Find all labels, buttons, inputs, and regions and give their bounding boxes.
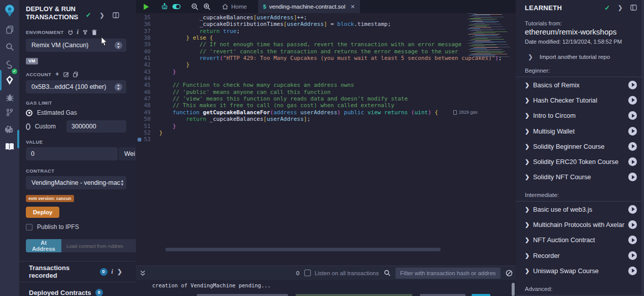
code-line-48[interactable]: 48 // This makes it free to call (no gas…	[136, 102, 516, 109]
code-line-38[interactable]: 38 } else {	[136, 35, 516, 41]
code-line-50[interactable]: 50 return _cupcakeBalances[userAddress];	[136, 116, 516, 122]
tab-file-vending-machine[interactable]: $ vending-machine-contract.sol ✕	[258, 0, 361, 13]
trash-icon[interactable]	[92, 29, 97, 35]
play-tutorial-button[interactable]	[628, 267, 637, 275]
play-tutorial-button[interactable]	[628, 236, 637, 244]
zoom-in-icon[interactable]	[201, 0, 213, 13]
environment-stepper-icon[interactable]: ▲▼	[115, 42, 122, 49]
code-line-41[interactable]: 41 revert("HTTP 429: Too Many Cupcakes (…	[136, 55, 516, 61]
play-tutorial-button[interactable]	[628, 157, 637, 166]
environment-select[interactable]: Remix VM (Cancun) ▲▼	[26, 39, 126, 52]
code-line-52[interactable]: 52}	[136, 129, 516, 136]
deploy-run-icon[interactable]	[0, 72, 19, 88]
file-explorer-icon[interactable]	[0, 21, 19, 38]
fork-icon[interactable]	[83, 29, 88, 35]
learneth-expand-icon[interactable]: ❯	[618, 4, 623, 11]
deploy-button[interactable]: Deploy	[26, 207, 59, 218]
play-tutorial-button[interactable]	[628, 127, 637, 136]
panel-expand-icon[interactable]: ❯	[99, 12, 104, 19]
code-line-51[interactable]: 51 }	[136, 123, 516, 129]
code-line-45[interactable]: 45 // Function to check how many cupcake…	[136, 82, 516, 88]
learneth-book-icon[interactable]	[0, 138, 19, 154]
editor-horizontal-scrollbar[interactable]	[165, 248, 441, 251]
tab-home[interactable]: Home	[217, 0, 252, 13]
ai-copilot-icon[interactable]	[158, 0, 170, 13]
learneth-scrollbar-track[interactable]	[641, 0, 644, 296]
listen-all-row[interactable]: Listen on all transactions	[304, 270, 379, 276]
code-line-37[interactable]: 37 return true;	[136, 28, 516, 35]
clear-console-icon[interactable]	[506, 270, 513, 277]
contract-select[interactable]: VendingMachine - vending-machin ▲▼	[26, 176, 126, 189]
tutorial-item[interactable]: ❯Intro to Circom	[525, 108, 637, 123]
editor-minimap[interactable]	[467, 13, 515, 58]
environment-info-icon[interactable]: i	[77, 28, 79, 36]
play-tutorial-button[interactable]	[628, 173, 637, 181]
tutorial-item[interactable]: ❯Hash Checker Tutorial	[525, 92, 637, 108]
search-icon[interactable]	[0, 39, 19, 55]
listen-all-checkbox[interactable]	[304, 270, 311, 276]
code-line-36[interactable]: 36 _cupcakeDistributionTimes[userAddress…	[136, 21, 516, 27]
transactions-recorded-row[interactable]: Transactions recorded 0 i ❯	[26, 261, 126, 282]
code-line-47[interactable]: 47 // 'view' means this function only re…	[136, 95, 516, 102]
copy-address-icon[interactable]	[73, 72, 78, 77]
play-tutorial-button[interactable]	[628, 220, 637, 229]
zoom-out-icon[interactable]	[189, 0, 201, 13]
code-line-49[interactable]: 49 function getCupcakeBalanceFor(address…	[136, 109, 516, 116]
play-tutorial-button[interactable]	[628, 251, 637, 260]
account-stepper-icon[interactable]: ▲▼	[115, 83, 122, 91]
tutorial-item[interactable]: ❯Solidity ERC20 Token Course	[525, 154, 637, 169]
custom-gas-radio[interactable]	[26, 123, 30, 130]
tutorial-item[interactable]: ❯Recorder	[525, 248, 637, 263]
tutorial-item[interactable]: ❯Solidity NFT Course	[525, 170, 637, 185]
solidity-compiler-icon[interactable]: ✓	[0, 57, 19, 73]
contract-stepper-icon[interactable]: ▲▼	[120, 179, 124, 186]
plug-icon[interactable]	[68, 29, 73, 35]
remix-logo-icon[interactable]	[0, 3, 19, 18]
code-line-44[interactable]: 44	[136, 75, 516, 82]
code-line-39[interactable]: 39 // If not enough time has passed, rev…	[136, 41, 516, 48]
terminal-filter-input[interactable]	[396, 268, 500, 279]
tutorial-item[interactable]: ❯Basics of Remix	[525, 77, 637, 92]
debugger-icon[interactable]	[0, 89, 19, 106]
code-line-53[interactable]: 53	[136, 136, 516, 143]
terminal-scrollbar[interactable]	[512, 283, 515, 296]
tutorial-item[interactable]: ❯Solidity Beginner Course	[525, 139, 637, 154]
panel-layout-icon[interactable]	[113, 12, 119, 18]
breakpoint-dot[interactable]	[137, 138, 141, 142]
code-line-40[interactable]: 40 // 'revert' cancels the transaction a…	[136, 48, 516, 55]
transactions-info-icon[interactable]: i	[112, 268, 113, 276]
code-lines[interactable]: 35 _cupcakeBalances[userAddress]++;36 _c…	[136, 14, 516, 143]
settings-icon[interactable]	[0, 121, 19, 137]
publish-ipfs-checkbox[interactable]	[26, 224, 32, 231]
value-input[interactable]	[26, 147, 118, 160]
expand-terminal-icon[interactable]	[140, 270, 146, 276]
transactions-expand-icon[interactable]: ❯	[117, 268, 122, 275]
custom-gas-input[interactable]	[66, 120, 126, 133]
add-account-icon[interactable]: +	[55, 71, 59, 78]
code-line-42[interactable]: 42 }	[136, 61, 516, 68]
close-tab-icon[interactable]: ✕	[350, 4, 355, 10]
account-select[interactable]: 0x5B3...eddC4 (100 ether) ▲▼	[26, 80, 126, 93]
clipped-debug-button[interactable]	[472, 294, 490, 296]
at-address-input[interactable]	[61, 239, 138, 252]
learneth-layout-icon[interactable]	[630, 5, 637, 11]
tutorial-item[interactable]: ❯Multisig Wallet	[525, 123, 637, 139]
tutorial-item[interactable]: ❯Basic use of web3.js	[525, 202, 637, 217]
import-tutorial-repo[interactable]: ❯ Import another tutorial repo	[525, 53, 637, 60]
tutorial-item[interactable]: ❯Multichain Protocols with Axelar	[525, 217, 637, 232]
code-line-46[interactable]: 46 // 'public' means anyone can call thi…	[136, 89, 516, 95]
copilot-toggle[interactable]	[170, 0, 183, 13]
play-tutorial-button[interactable]	[628, 81, 637, 89]
at-address-button[interactable]: At Address	[26, 239, 61, 252]
play-tutorial-button[interactable]	[628, 142, 637, 151]
play-tutorial-button[interactable]	[628, 205, 637, 214]
run-script-button[interactable]	[140, 0, 152, 13]
estimated-gas-radio[interactable]	[26, 110, 32, 116]
code-line-35[interactable]: 35 _cupcakeBalances[userAddress]++;	[136, 14, 516, 21]
tutorial-item[interactable]: ❯Uniswap Swap Course	[525, 263, 637, 278]
code-line-43[interactable]: 43 }	[136, 69, 516, 75]
play-tutorial-button[interactable]	[628, 96, 637, 105]
git-icon[interactable]	[0, 104, 19, 120]
tutorial-item[interactable]: ❯NFT Auction Contract	[525, 233, 637, 248]
sign-message-icon[interactable]	[63, 72, 69, 77]
